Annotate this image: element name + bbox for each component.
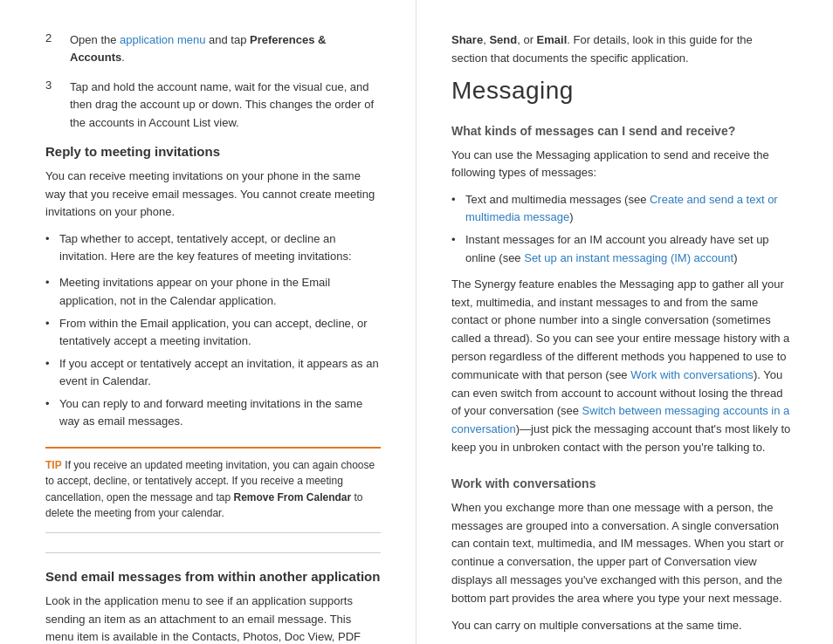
send-bold: Send <box>489 33 517 46</box>
step-3: 3 Tap and hold the account name, wait fo… <box>45 79 381 131</box>
work-conversations-para2: You can carry on multiple conversations … <box>451 617 791 635</box>
msg-bullet-dot-2: • <box>451 231 460 266</box>
section-divider <box>45 552 381 553</box>
message-type-2: • Instant messages for an IM account you… <box>451 231 791 266</box>
messaging-intro-para: You can use the Messaging application to… <box>451 147 791 183</box>
tip-box: TIP If you receive an updated meeting in… <box>45 447 381 533</box>
message-types-list: • Text and multimedia messages (see Crea… <box>451 191 791 267</box>
what-kinds-heading: What kinds of messages can I send and re… <box>451 124 791 138</box>
message-type-1-text: Text and multimedia messages (see Create… <box>465 191 791 226</box>
bullet-dot-2: • <box>45 315 54 350</box>
meeting-bullet-4: • You can reply to and forward meeting i… <box>45 395 381 430</box>
synergy-para: The Synergy feature enables the Messagin… <box>451 276 791 457</box>
email-bold: Email <box>537 33 568 46</box>
message-type-2-text: Instant messages for an IM account you a… <box>465 231 791 266</box>
step-number: 2 <box>45 31 59 66</box>
page: 2 Open the application menu and tap Pref… <box>0 0 833 644</box>
bullet-intro-text: Tap whether to accept, tentatively accep… <box>59 230 381 265</box>
work-conversations-link[interactable]: Work with conversations <box>630 368 754 381</box>
step-2-text: Open the application menu and tap Prefer… <box>70 31 381 66</box>
reply-meeting-heading: Reply to meeting invitations <box>45 144 381 159</box>
meeting-bullet-2: • From within the Email application, you… <box>45 315 381 350</box>
meeting-features-list: • Meeting invitations appear on your pho… <box>45 274 381 430</box>
step-2: 2 Open the application menu and tap Pref… <box>45 31 381 66</box>
meeting-bullet-1: • Meeting invitations appear on your pho… <box>45 274 381 309</box>
bullet-dot-1: • <box>45 274 54 309</box>
meeting-bullet-3: • If you accept or tentatively accept an… <box>45 355 381 390</box>
tip-label: TIP <box>45 459 62 471</box>
tip-text: If you receive an updated meeting invita… <box>45 459 375 520</box>
work-conversations-heading: Work with conversations <box>451 476 791 490</box>
im-account-link[interactable]: Set up an instant messaging (IM) account <box>524 251 733 264</box>
share-send-email-text: Share, Send, or Email. For details, look… <box>451 31 791 68</box>
messaging-section1: What kinds of messages can I send and re… <box>451 124 791 457</box>
meeting-bullet-3-text: If you accept or tentatively accept an i… <box>59 355 381 390</box>
messaging-title: Messaging <box>451 77 791 105</box>
message-type-1: • Text and multimedia messages (see Crea… <box>451 191 791 226</box>
messaging-section2: Work with conversations When you exchang… <box>451 476 791 635</box>
application-menu-link[interactable]: application menu <box>120 33 205 46</box>
share-bold: Share <box>451 33 483 46</box>
bullet-dot-3: • <box>45 355 54 390</box>
send-email-para: Look in the application menu to see if a… <box>45 593 381 644</box>
left-column: 2 Open the application menu and tap Pref… <box>0 0 416 644</box>
right-column: Share, Send, or Email. For details, look… <box>416 0 833 644</box>
reply-meeting-para1: You can receive meeting invitations on y… <box>45 168 381 222</box>
step-3-number: 3 <box>45 79 59 131</box>
msg-bullet-dot-1: • <box>451 191 460 226</box>
meeting-bullet-2-text: From within the Email application, you c… <box>59 315 381 350</box>
bullet-dot: • <box>45 230 54 265</box>
meeting-bullet-4-text: You can reply to and forward meeting inv… <box>59 395 381 430</box>
bullet-dot-4: • <box>45 395 54 430</box>
work-conversations-para1: When you exchange more than one message … <box>451 499 791 608</box>
bullet-intro-item: • Tap whether to accept, tentatively acc… <box>45 230 381 265</box>
step-3-text: Tap and hold the account name, wait for … <box>70 79 381 131</box>
remove-calendar-bold: Remove From Calendar <box>233 491 351 504</box>
meeting-bullet-intro: • Tap whether to accept, tentatively acc… <box>45 230 381 265</box>
create-send-link[interactable]: Create and send a text or multimedia mes… <box>465 193 778 223</box>
meeting-bullet-1-text: Meeting invitations appear on your phone… <box>59 274 381 309</box>
switch-accounts-link[interactable]: Switch between messaging accounts in a c… <box>451 404 789 435</box>
send-email-heading: Send email messages from within another … <box>45 569 381 584</box>
